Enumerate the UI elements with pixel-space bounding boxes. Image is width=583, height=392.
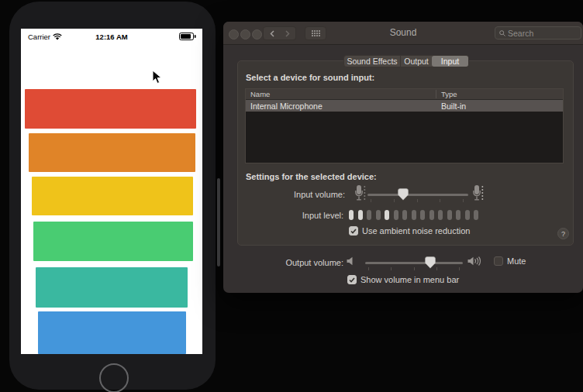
- iphone-simulator: Carrier 12:16 AM: [9, 2, 216, 390]
- checkbox[interactable]: [494, 256, 503, 266]
- input-volume-slider[interactable]: [367, 194, 468, 196]
- speaker-loud-icon: [467, 256, 485, 266]
- show-volume-checkbox-row[interactable]: Show volume in menu bar: [347, 275, 459, 284]
- slider-ticks: [368, 267, 460, 270]
- speaker-quiet-icon: [347, 256, 355, 266]
- output-volume-label: Output volume:: [239, 258, 343, 267]
- mute-label: Mute: [507, 256, 526, 266]
- battery-icon: [179, 33, 196, 40]
- show-volume-label: Show volume in menu bar: [360, 275, 459, 284]
- checkmark-icon: [350, 229, 357, 234]
- home-button[interactable]: [99, 363, 129, 392]
- mouse-cursor: [152, 70, 163, 84]
- tab-bar: Sound Effects Output Input: [343, 55, 469, 67]
- device-name-cell: Internal Microphone: [246, 101, 436, 111]
- input-level-label: Input level:: [239, 211, 343, 220]
- status-bar: Carrier 12:16 AM: [21, 29, 202, 44]
- search-icon: [499, 30, 505, 36]
- table-row[interactable]: Internal Microphone Built-in: [246, 100, 563, 112]
- yellow-row[interactable]: [32, 177, 193, 215]
- sound-preferences-window: Sound Search Sound Effects Output Input …: [223, 22, 583, 293]
- background-window-edge: [217, 178, 220, 266]
- orange-row[interactable]: [29, 133, 195, 172]
- search-placeholder: Search: [508, 29, 533, 38]
- column-header-type[interactable]: Type: [436, 90, 457, 98]
- iphone-screen: Carrier 12:16 AM: [21, 29, 202, 354]
- question-mark: ?: [561, 230, 565, 238]
- help-button[interactable]: ?: [557, 228, 569, 239]
- checkbox[interactable]: [347, 275, 357, 284]
- search-input[interactable]: Search: [495, 26, 581, 40]
- mute-checkbox-row[interactable]: Mute: [494, 256, 526, 266]
- clock-label: 12:16 AM: [21, 33, 202, 41]
- output-volume-slider[interactable]: [365, 262, 463, 264]
- input-volume-label: Input volume:: [239, 190, 345, 199]
- red-row[interactable]: [25, 89, 196, 129]
- column-header-name[interactable]: Name: [246, 90, 436, 98]
- ambient-noise-label: Use ambient noise reduction: [362, 226, 470, 236]
- green-row[interactable]: [33, 222, 193, 261]
- tab-input[interactable]: Input: [432, 56, 468, 67]
- ambient-noise-checkbox-row[interactable]: Use ambient noise reduction: [349, 226, 470, 236]
- settings-label: Settings for the selected device:: [246, 172, 377, 181]
- title-bar[interactable]: Sound Search: [223, 22, 583, 45]
- select-device-label: Select a device for sound input:: [246, 73, 374, 82]
- teal-row[interactable]: [36, 267, 188, 308]
- blue-row[interactable]: [38, 311, 186, 354]
- slider-ticks: [371, 199, 464, 202]
- tab-sound-effects[interactable]: Sound Effects: [344, 56, 401, 67]
- device-table: Name Type Internal Microphone Built-in: [245, 88, 564, 163]
- input-level-meter: [349, 210, 478, 220]
- checkbox[interactable]: [349, 226, 358, 236]
- microphone-icon: [355, 184, 366, 203]
- table-header[interactable]: Name Type: [246, 89, 563, 100]
- device-type-cell: Built-in: [436, 101, 466, 111]
- microphone-loud-icon: [473, 184, 484, 203]
- checkmark-icon: [349, 277, 355, 283]
- tab-output[interactable]: Output: [401, 56, 432, 67]
